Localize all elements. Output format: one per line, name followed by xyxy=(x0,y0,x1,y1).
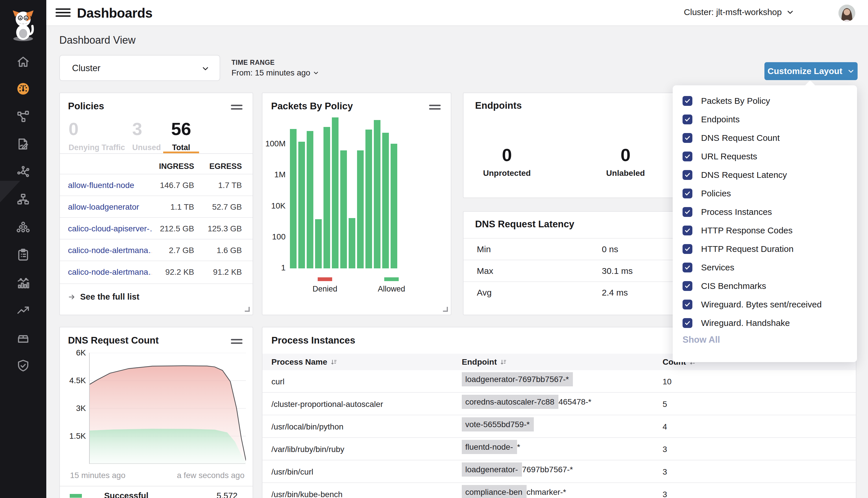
cluster-selector-label: Cluster: jlt-msft-workshop xyxy=(684,7,782,17)
cluster-selector[interactable]: Cluster: jlt-msft-workshop xyxy=(684,7,794,17)
policy-bar[interactable] xyxy=(298,142,305,268)
policy-bar[interactable] xyxy=(357,150,364,268)
policy-bar[interactable] xyxy=(382,133,389,268)
activity-stats-icon[interactable] xyxy=(16,276,30,289)
layout-menu-item-wireguard-handshake[interactable]: Wireguard. Handshake xyxy=(683,314,822,332)
process-row: /cluster-proportional-autoscalercoredns-… xyxy=(262,393,856,415)
card-title: DNS Request Count xyxy=(68,335,159,346)
checkbox-checked[interactable] xyxy=(683,281,692,291)
layout-menu-item-policies[interactable]: Policies xyxy=(683,184,822,203)
time-range-value[interactable]: From: 15 minutes ago xyxy=(232,68,319,78)
policy-bar[interactable] xyxy=(307,131,313,268)
drag-handle-icon[interactable] xyxy=(231,339,243,346)
customize-layout-button[interactable]: Customize Layout xyxy=(764,62,858,80)
layout-menu-item-wireguard-bytes-sent-received[interactable]: Wireguard. Bytes sent/received xyxy=(683,295,822,314)
menu-hamburger-icon[interactable] xyxy=(55,9,70,18)
checkbox-checked[interactable] xyxy=(683,188,692,198)
process-name-column-header[interactable]: Process Name xyxy=(271,357,337,367)
policy-bar[interactable] xyxy=(374,120,380,268)
service-graph-icon[interactable] xyxy=(16,109,30,123)
process-row: /usr/local/bin/pythonvote-5655bd759-*4 xyxy=(262,415,856,438)
layout-menu-item-services[interactable]: Services xyxy=(683,258,822,277)
policy-bar[interactable] xyxy=(340,150,347,268)
ingress-column-header[interactable]: INGRESS xyxy=(159,162,194,171)
endpoint-highlight: vote-5655bd759-* xyxy=(462,417,534,432)
dashboard-view-select[interactable]: Cluster xyxy=(59,55,220,81)
layout-menu-item-process-instances[interactable]: Process Instances xyxy=(683,203,822,221)
top-header: Dashboards Cluster: jlt-msft-workshop xyxy=(46,0,868,26)
manage-package-icon[interactable] xyxy=(16,331,30,345)
checkbox-checked[interactable] xyxy=(683,226,692,235)
endpoints-stat-unprotected: 0Unprotected xyxy=(472,145,542,178)
policy-row: calico-node-alertmana…92.2 KB91.2 KB xyxy=(60,261,252,282)
layout-menu-item-packets-by-policy[interactable]: Packets By Policy xyxy=(683,92,822,110)
drag-handle-icon[interactable] xyxy=(429,105,441,112)
policy-bar[interactable] xyxy=(315,219,322,268)
layout-menu-item-url-requests[interactable]: URL Requests xyxy=(683,147,822,166)
checkbox-checked[interactable] xyxy=(683,263,692,272)
legend-allowed[interactable]: Allowed xyxy=(374,277,409,293)
user-avatar[interactable] xyxy=(839,5,855,22)
endpoints-molecule-icon[interactable] xyxy=(16,165,30,179)
checkbox-checked[interactable] xyxy=(683,244,692,254)
dashboard-gauge-icon[interactable] xyxy=(16,82,30,96)
ingress-value: 212.5 GB xyxy=(160,224,194,233)
policy-link[interactable]: allow-fluentd-node xyxy=(68,181,134,190)
checkbox-checked[interactable] xyxy=(683,96,692,106)
security-shield-icon[interactable] xyxy=(16,358,30,372)
count-value: 3 xyxy=(663,467,667,476)
network-sitemap-icon[interactable] xyxy=(16,193,30,207)
policy-bar[interactable] xyxy=(323,127,330,268)
y-axis-tick: 10K xyxy=(262,201,286,211)
count-value: 3 xyxy=(663,490,667,498)
policy-link[interactable]: calico-node-alertmana… xyxy=(68,267,152,277)
time-range: TIME RANGE From: 15 minutes ago xyxy=(232,59,319,78)
policy-bar[interactable] xyxy=(290,129,297,268)
dns-legend-row[interactable]: Successful 5,572 xyxy=(60,486,252,486)
layout-menu-item-cis-benchmarks[interactable]: CIS Benchmarks xyxy=(683,277,822,295)
threat-trend-icon[interactable] xyxy=(16,303,30,317)
process-name: /var/lib/ruby/bin/ruby xyxy=(271,445,344,454)
checkbox-checked[interactable] xyxy=(683,207,692,217)
chevron-down-icon xyxy=(787,9,794,16)
endpoint-highlight: coredns-autoscaler-7c88 xyxy=(462,395,558,409)
policy-bar[interactable] xyxy=(365,130,372,268)
layout-menu-item-endpoints[interactable]: Endpoints xyxy=(683,110,822,129)
arrow-right-icon xyxy=(68,293,76,301)
endpoint-column-header[interactable]: Endpoint xyxy=(462,357,507,367)
policies-tab-unused[interactable]: 3Unused xyxy=(132,119,161,152)
checkbox-checked[interactable] xyxy=(683,170,692,180)
policy-link[interactable]: calico-cloud-apiserver-… xyxy=(68,224,152,233)
egress-value: 52.7 GB xyxy=(212,202,242,212)
checkbox-checked[interactable] xyxy=(683,115,692,124)
policy-bar[interactable] xyxy=(349,218,355,268)
legend-denied[interactable]: Denied xyxy=(308,277,342,293)
policy-editor-icon[interactable] xyxy=(16,137,30,151)
resize-handle[interactable] xyxy=(245,307,250,312)
home-icon[interactable] xyxy=(16,55,30,69)
policy-link[interactable]: allow-loadgenerator xyxy=(68,202,139,212)
customize-layout-menu: Packets By PolicyEndpointsDNS Request Co… xyxy=(673,85,857,362)
layout-menu-item-dns-request-latency[interactable]: DNS Request Latency xyxy=(683,166,822,184)
see-full-list-link[interactable]: See the full list xyxy=(68,292,252,302)
policies-tab-total[interactable]: 56Total xyxy=(163,119,199,152)
drag-handle-icon[interactable] xyxy=(231,105,243,112)
compliance-clipboard-icon[interactable] xyxy=(16,248,30,262)
checkbox-checked[interactable] xyxy=(683,318,692,328)
layout-menu-item-http-response-codes[interactable]: HTTP Response Codes xyxy=(683,221,822,240)
policy-row: calico-node-alertmana…2.7 GB1.6 GB xyxy=(60,239,252,261)
egress-column-header[interactable]: EGRESS xyxy=(209,162,242,171)
show-all-link[interactable]: Show All xyxy=(683,335,720,345)
layout-menu-item-dns-request-count[interactable]: DNS Request Count xyxy=(683,129,822,147)
layout-menu-item-http-request-duration[interactable]: HTTP Request Duration xyxy=(683,240,822,258)
checkbox-checked[interactable] xyxy=(683,133,692,143)
checkbox-checked[interactable] xyxy=(683,300,692,310)
policy-link[interactable]: calico-node-alertmana… xyxy=(68,246,152,255)
policies-tab-denying-traffic[interactable]: 0Denying Traffic xyxy=(68,119,125,152)
policy-bar[interactable] xyxy=(332,117,338,268)
calico-cat-logo[interactable] xyxy=(9,8,38,42)
image-cluster-icon[interactable] xyxy=(16,220,30,234)
policy-bar[interactable] xyxy=(391,144,397,268)
resize-handle[interactable] xyxy=(443,307,448,312)
checkbox-checked[interactable] xyxy=(683,152,692,161)
